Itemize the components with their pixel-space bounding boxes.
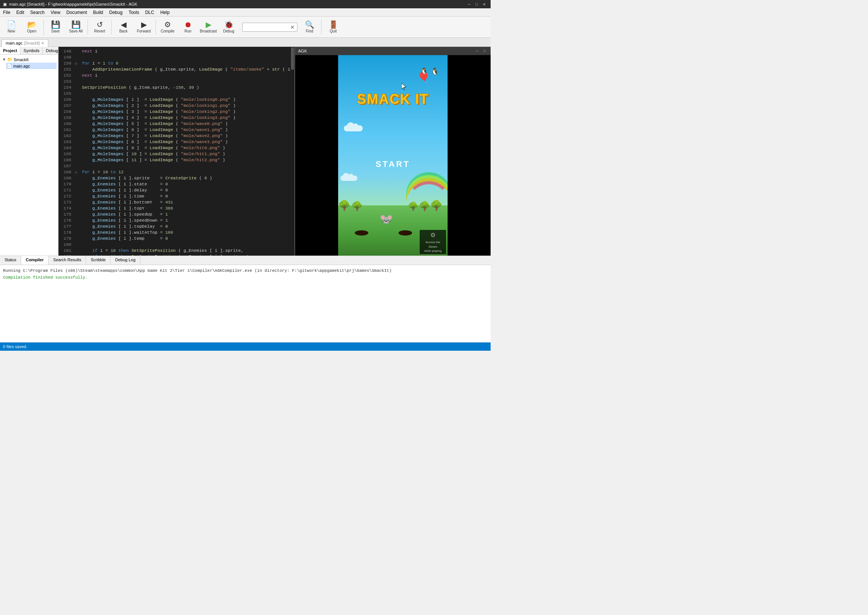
window-title: main.agc [SmackIt] - F:\gitwork\appgamek… <box>9 2 137 6</box>
bottom-tab-status[interactable]: Status <box>0 256 21 265</box>
scrollbar-thumb[interactable] <box>291 47 294 70</box>
menu-search[interactable]: Search <box>27 8 48 16</box>
bottom-panel-content: Running C:\Program Files (x86)\Steam\ste… <box>0 265 491 342</box>
save-button[interactable]: 💾 Save <box>46 18 65 37</box>
debug-icon: 🐞 <box>224 21 234 28</box>
app-icon: ▣ <box>3 2 7 7</box>
search-input[interactable] <box>244 25 290 30</box>
tree-file-label: main.agc <box>13 64 30 68</box>
broadcast-button[interactable]: ▶ Broadcast <box>198 18 218 37</box>
bottom-tab-scribble[interactable]: Scribble <box>86 256 111 265</box>
maximize-button[interactable]: □ <box>473 1 480 8</box>
window-controls: ─ □ ✕ <box>466 1 488 8</box>
steam-overlay-text: Access the Steamwhile playing <box>424 240 441 252</box>
tree-4: 🌳 <box>419 201 430 211</box>
back-button[interactable]: ◀ Back <box>114 18 133 37</box>
tree-1: 🌳 <box>338 200 350 211</box>
status-text: 0 files saved. <box>3 344 27 349</box>
new-button[interactable]: 📄 New <box>2 18 21 37</box>
black-bar-right <box>447 55 491 256</box>
toolbar-sep-2 <box>87 20 88 35</box>
menu-help[interactable]: Help <box>157 8 173 16</box>
folder-icon: 📁 <box>7 57 12 62</box>
toolbar-sep-4 <box>156 20 156 35</box>
compile-icon: ⚙ <box>164 21 171 28</box>
bottom-tab-debug-log[interactable]: Debug Log <box>111 256 140 265</box>
game-screen: SMACK IT 🎈 🐧 🐧 START 🌳 🌳 🌳 🌳 🌳 <box>338 55 447 256</box>
menu-tools[interactable]: Tools <box>126 8 142 16</box>
compiler-output-line1: Running C:\Program Files (x86)\Steam\ste… <box>3 267 488 274</box>
sidebar-tab-debug[interactable]: Debug <box>43 47 59 55</box>
tree-item-smackit[interactable]: ▼ 📁 SmackIt <box>2 56 57 62</box>
game-title: SMACK IT <box>357 91 429 107</box>
cursor-indicator <box>402 83 406 91</box>
clear-search-button[interactable]: ✕ <box>290 24 296 30</box>
agk-minimize-button[interactable]: ─ <box>474 48 480 54</box>
compiler-output-line2: Compilation finished successfully. <box>3 274 488 281</box>
menu-build[interactable]: Build <box>90 8 106 16</box>
game-start-button[interactable]: START <box>376 159 410 169</box>
menu-edit[interactable]: Edit <box>13 8 27 16</box>
sidebar-tab-symbols[interactable]: Symbols <box>20 47 43 55</box>
code-scrollbar[interactable] <box>291 47 295 256</box>
steam-logo-icon: ⚙ <box>422 231 444 239</box>
debug-toolbar-button[interactable]: 🐞 Debug <box>219 18 238 37</box>
tab-bar: main.agc [SmackIt] ✕ <box>0 38 491 47</box>
agk-game-content: SMACK IT 🎈 🐧 🐧 START 🌳 🌳 🌳 🌳 🌳 <box>295 55 491 256</box>
mole-character: 🐭 <box>380 213 393 225</box>
cloud-1 <box>344 125 363 131</box>
menu-debug[interactable]: Debug <box>106 8 125 16</box>
toolbar-sep-3 <box>111 20 112 35</box>
menu-bar: File Edit Search View Document Build Deb… <box>0 8 491 17</box>
sidebar-tree: ▼ 📁 SmackIt 📄 main.agc <box>0 55 58 70</box>
cloud-2 <box>340 176 357 181</box>
search-box[interactable]: ✕ <box>242 23 298 32</box>
bottom-tab-bar: Status Compiler Search Results Scribble … <box>0 256 491 265</box>
open-button[interactable]: 📂 Open <box>22 18 42 37</box>
saveall-icon: 💾 <box>71 21 81 28</box>
agk-maximize-button[interactable]: □ <box>482 48 488 54</box>
code-editor[interactable]: 148 149 150 151 152 153 154 155 156 157 … <box>59 47 295 256</box>
saveall-button[interactable]: 💾 Save All <box>66 18 86 37</box>
quit-icon: 🚪 <box>329 21 338 28</box>
code-text[interactable]: next i for i = 1 to 6 AddSpriteAnimation… <box>79 47 291 256</box>
toolbar-sep-5 <box>321 20 321 35</box>
tree-item-main-agc[interactable]: 📄 main.agc <box>6 62 57 69</box>
bottom-tab-search-results[interactable]: Search Results <box>49 256 86 265</box>
new-icon: 📄 <box>7 21 16 28</box>
close-tab-icon[interactable]: ✕ <box>41 41 44 45</box>
menu-view[interactable]: View <box>48 8 63 16</box>
code-content: 148 149 150 151 152 153 154 155 156 157 … <box>59 47 295 256</box>
tab-label: main.agc <box>6 41 23 45</box>
main-layout: Project Symbols Debug ▼ 📁 SmackIt 📄 main… <box>0 47 491 256</box>
menu-file[interactable]: File <box>0 8 13 16</box>
forward-button[interactable]: ▶ Forward <box>134 18 154 37</box>
title-bar: ▣ main.agc [SmackIt] - F:\gitwork\appgam… <box>0 0 491 8</box>
status-bar: 0 files saved. <box>0 342 491 351</box>
editor-tab-main[interactable]: main.agc [SmackIt] ✕ <box>2 39 48 47</box>
tree-folder-label: SmackIt <box>14 58 29 62</box>
agk-window-titlebar: AGK ─ □ <box>295 47 491 55</box>
tree-3: 🌳 <box>430 200 442 211</box>
tab-sublabel: [SmackIt] <box>24 41 40 45</box>
revert-button[interactable]: ↺ Revert <box>90 18 109 37</box>
close-button[interactable]: ✕ <box>481 1 488 8</box>
agk-window-title: AGK <box>298 49 307 53</box>
tree-2: 🌳 <box>351 201 363 211</box>
menu-dlc[interactable]: DLC <box>142 8 157 16</box>
menu-document[interactable]: Document <box>63 8 90 16</box>
forward-icon: ▶ <box>141 21 147 28</box>
quit-button[interactable]: 🚪 Quit <box>323 18 343 37</box>
bottom-tab-compiler[interactable]: Compiler <box>21 256 49 265</box>
revert-icon: ↺ <box>97 21 103 28</box>
compile-button[interactable]: ⚙ Compile <box>158 18 178 37</box>
title-left: ▣ main.agc [SmackIt] - F:\gitwork\appgam… <box>3 2 137 7</box>
broadcast-icon: ▶ <box>206 21 211 28</box>
sidebar: Project Symbols Debug ▼ 📁 SmackIt 📄 main… <box>0 47 59 256</box>
run-button[interactable]: ⏺ Run <box>178 18 198 37</box>
find-button[interactable]: 🔍 Find <box>300 18 319 37</box>
minimize-button[interactable]: ─ <box>466 1 472 8</box>
bottom-panel: Status Compiler Search Results Scribble … <box>0 256 491 342</box>
sidebar-tab-project[interactable]: Project <box>0 47 20 55</box>
toolbar: 📄 New 📂 Open 💾 Save 💾 Save All ↺ Revert … <box>0 17 491 38</box>
